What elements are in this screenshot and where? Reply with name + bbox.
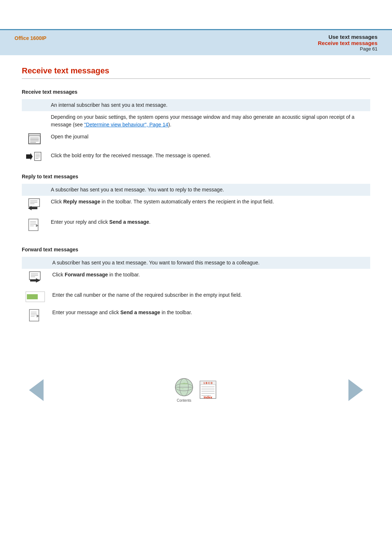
- section-reply-title: Reply to text messages: [22, 174, 370, 179]
- icon-cell-forward: [22, 269, 49, 289]
- reply-message-bold: Reply message: [63, 199, 100, 204]
- step-text: Enter your message and click Send a mess…: [49, 307, 370, 327]
- journal-icon: [27, 133, 42, 145]
- step-text: Click Forward message in the toolbar.: [49, 269, 370, 289]
- icon-cell: [22, 257, 49, 269]
- table-row: Click Reply message in the toolbar. The …: [22, 196, 370, 216]
- input-field-icon: [25, 291, 45, 302]
- doc-small-icon: [34, 152, 42, 161]
- table-row: A subscriber has sent you a text message…: [22, 257, 370, 269]
- icon-cell-send: [22, 216, 47, 236]
- step-text: A subscriber has sent you a text message…: [47, 184, 370, 196]
- reply-steps-table: A subscriber has sent you a text message…: [22, 184, 370, 236]
- send-doc-icon: [28, 218, 41, 232]
- link-determine-view[interactable]: "Determine view behaviour", Page 14: [84, 122, 168, 127]
- send-message-bold-1: Send a message: [109, 219, 149, 225]
- main-content: Receive text messages Receive text messa…: [0, 55, 392, 345]
- icon-cell: [22, 111, 47, 131]
- svg-rect-29: [27, 294, 38, 299]
- section-forward-title: Forward text messages: [22, 247, 370, 252]
- nav-next-button[interactable]: [348, 379, 363, 401]
- svg-text:1 B C D: 1 B C D: [204, 382, 213, 384]
- product-name: Office 1600IP: [15, 34, 46, 41]
- icon-cell-input: [22, 289, 49, 307]
- forward-steps-table: A subscriber has sent you a text message…: [22, 257, 370, 327]
- step-text: Depending on your basic settings, the sy…: [47, 111, 370, 131]
- contents-icon: [175, 378, 193, 397]
- svg-marker-6: [26, 153, 33, 160]
- nav-prev-button[interactable]: [29, 379, 44, 401]
- svg-text:Index: Index: [204, 396, 212, 399]
- arrow-doc-icon: [25, 152, 44, 161]
- nav-footer: Contents 1 B C D Index: [0, 367, 392, 417]
- header-title-main: Use text messages: [318, 34, 377, 40]
- step-text: A subscriber has sent you a text message…: [49, 257, 370, 269]
- section-receive-title: Receive text messages: [22, 89, 370, 95]
- table-row: Click Forward message in the toolbar.: [22, 269, 370, 289]
- icon-cell: [22, 184, 47, 196]
- svg-rect-7: [34, 152, 41, 161]
- send-doc-icon-2: [29, 309, 42, 323]
- step-text: An internal subscriber has sent you a te…: [47, 99, 370, 111]
- table-row: Enter your message and click Send a mess…: [22, 307, 370, 327]
- table-row: Depending on your basic settings, the sy…: [22, 111, 370, 131]
- page-header: Office 1600IP Use text messages Receive …: [0, 29, 392, 55]
- svg-rect-12: [29, 199, 40, 207]
- page-number: Page 61: [318, 46, 377, 52]
- table-row: Enter your reply and click Send a messag…: [22, 216, 370, 236]
- page-title: Receive text messages: [22, 66, 370, 79]
- reply-icon: [27, 198, 42, 212]
- nav-center: Contents 1 B C D Index: [175, 378, 217, 402]
- step-text: Click the bold entry for the received me…: [47, 150, 370, 163]
- contents-button[interactable]: Contents: [175, 378, 193, 402]
- send-message-bold-2: Send a message: [121, 309, 160, 315]
- forward-icon: [28, 271, 42, 285]
- step-text: Open the journal: [47, 131, 370, 150]
- bold-arrow-icon: [25, 153, 33, 161]
- step-text: Enter your reply and click Send a messag…: [47, 216, 370, 236]
- receive-steps-table: An internal subscriber has sent you a te…: [22, 99, 370, 163]
- index-icon: 1 B C D Index: [199, 380, 217, 399]
- table-row: Click the bold entry for the received me…: [22, 150, 370, 163]
- icon-cell-reply: [22, 196, 47, 216]
- table-row: An internal subscriber has sent you a te…: [22, 99, 370, 111]
- table-row: Open the journal: [22, 131, 370, 150]
- svg-rect-1: [29, 134, 40, 136]
- icon-cell-send-2: [22, 307, 49, 327]
- icon-cell: [22, 99, 47, 111]
- header-right: Use text messages Receive text messages …: [318, 34, 377, 52]
- table-row: Enter the call number or the name of the…: [22, 289, 370, 307]
- step-text: Click Reply message in the toolbar. The …: [47, 196, 370, 216]
- icon-cell-arrow-doc: [22, 150, 47, 163]
- header-title-sub: Receive text messages: [318, 40, 377, 46]
- icon-cell-journal: [22, 131, 47, 150]
- step-text: Enter the call number or the name of the…: [49, 289, 370, 307]
- index-button[interactable]: 1 B C D Index: [199, 380, 217, 400]
- contents-label: Contents: [175, 398, 193, 402]
- svg-rect-23: [29, 272, 40, 280]
- forward-message-bold: Forward message: [65, 272, 108, 278]
- table-row: A subscriber has sent you a text message…: [22, 184, 370, 196]
